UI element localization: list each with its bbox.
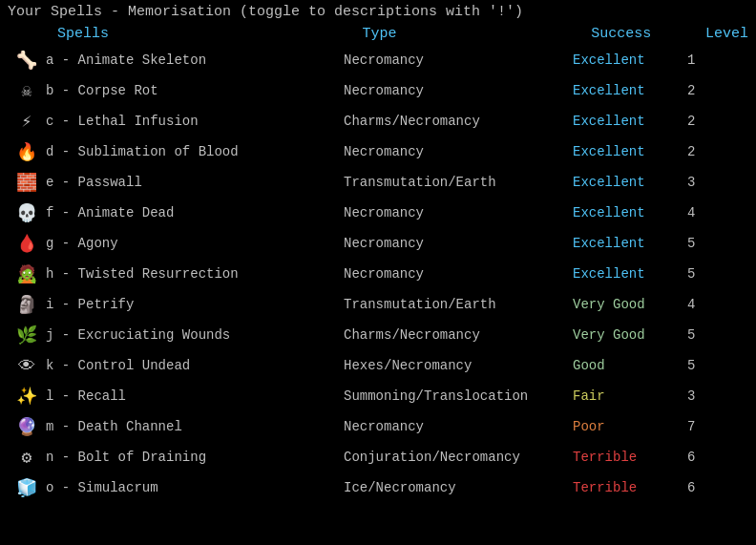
spell-success-c: Excellent [573, 114, 687, 129]
table-row[interactable]: 🧊 o - Simulacrum Ice/Necromancy Terrible… [8, 473, 748, 502]
spell-name-a: a - Animate Skeleton [46, 52, 344, 68]
table-row[interactable]: 💀 f - Animate Dead Necromancy Excellent … [8, 199, 748, 227]
spell-success-d: Excellent [573, 144, 687, 159]
spell-level-d: 2 [687, 144, 695, 159]
spell-name-m: m - Death Channel [46, 419, 344, 434]
spell-success-a: Excellent [573, 52, 687, 68]
spell-icon-m: 🔮 [8, 413, 46, 440]
spell-name-f: f - Animate Dead [46, 205, 344, 220]
table-row[interactable]: 🗿 i - Petrify Transmutation/Earth Very G… [8, 290, 748, 319]
spell-icon-a: 🦴 [8, 47, 46, 73]
spell-level-i: 4 [687, 297, 695, 312]
spell-success-j: Very Good [573, 327, 687, 343]
table-row[interactable]: ⚡ c - Lethal Infusion Charms/Necromancy … [8, 107, 748, 136]
spell-icon-l: ✨ [8, 383, 46, 409]
spell-name-j: j - Excruciating Wounds [46, 327, 344, 343]
spell-type-o: Ice/Necromancy [344, 480, 573, 495]
spell-type-b: Necromancy [344, 83, 573, 98]
spell-icon-d: 🔥 [8, 138, 46, 165]
spell-name-d: d - Sublimation of Blood [46, 144, 344, 159]
spell-level-e: 3 [687, 175, 695, 190]
spell-icon-o: 🧊 [8, 474, 46, 501]
spell-level-g: 5 [687, 236, 695, 251]
spell-success-e: Excellent [573, 175, 687, 190]
spell-level-m: 7 [687, 419, 695, 434]
spell-name-b: b - Corpse Rot [46, 83, 344, 98]
spell-success-f: Excellent [573, 205, 687, 220]
spell-type-l: Summoning/Translocation [344, 388, 573, 404]
table-row[interactable]: 🧱 e - Passwall Transmutation/Earth Excel… [8, 168, 748, 197]
column-headers: Spells Type Success Level [8, 26, 748, 42]
spell-level-b: 2 [687, 83, 695, 98]
page-header: Your Spells - Memorisation (toggle to de… [8, 4, 748, 20]
spell-type-h: Necromancy [344, 266, 573, 282]
table-row[interactable]: 🦴 a - Animate Skeleton Necromancy Excell… [8, 46, 748, 74]
spell-success-m: Poor [573, 419, 687, 434]
spell-type-n: Conjuration/Necromancy [344, 450, 573, 465]
spell-success-o: Terrible [573, 480, 687, 495]
spell-icon-j: 🌿 [8, 322, 46, 348]
spell-name-g: g - Agony [46, 236, 344, 251]
spell-level-a: 1 [687, 52, 695, 68]
spell-success-k: Good [573, 358, 687, 373]
spell-type-g: Necromancy [344, 236, 573, 251]
spell-type-a: Necromancy [344, 52, 573, 68]
spell-icon-g: 🩸 [8, 230, 46, 257]
spell-icon-h: 🧟 [8, 261, 46, 287]
spell-success-g: Excellent [573, 236, 687, 251]
spell-type-f: Necromancy [344, 205, 573, 220]
spell-success-b: Excellent [573, 83, 687, 98]
spell-name-n: n - Bolt of Draining [46, 450, 344, 465]
table-row[interactable]: 👁 k - Control Undead Hexes/Necromancy Go… [8, 351, 748, 380]
table-row[interactable]: ☠ b - Corpse Rot Necromancy Excellent 2 [8, 76, 748, 105]
spell-name-k: k - Control Undead [46, 358, 344, 373]
spell-level-h: 5 [687, 266, 695, 282]
spell-type-k: Hexes/Necromancy [344, 358, 573, 373]
table-row[interactable]: ✨ l - Recall Summoning/Translocation Fai… [8, 382, 748, 410]
spell-name-h: h - Twisted Resurrection [46, 266, 344, 282]
spell-level-l: 3 [687, 388, 695, 404]
spell-icon-c: ⚡ [8, 108, 46, 135]
table-row[interactable]: 🩸 g - Agony Necromancy Excellent 5 [8, 229, 748, 258]
spell-name-c: c - Lethal Infusion [46, 114, 344, 129]
spell-type-e: Transmutation/Earth [344, 175, 573, 190]
spell-name-e: e - Passwall [46, 175, 344, 190]
spell-name-l: l - Recall [46, 388, 344, 404]
spell-list: 🦴 a - Animate Skeleton Necromancy Excell… [8, 46, 748, 502]
spell-success-n: Terrible [573, 450, 687, 465]
spell-type-d: Necromancy [344, 144, 573, 159]
spell-type-c: Charms/Necromancy [344, 114, 573, 129]
spell-type-m: Necromancy [344, 419, 573, 434]
spell-level-k: 5 [687, 358, 695, 373]
spell-level-o: 6 [687, 480, 695, 495]
col-header-level: Level [705, 26, 748, 42]
spell-level-f: 4 [687, 205, 695, 220]
spell-icon-e: 🧱 [8, 169, 46, 196]
spell-icon-k: 👁 [8, 352, 46, 379]
spell-icon-b: ☠ [8, 77, 46, 104]
table-row[interactable]: 🧟 h - Twisted Resurrection Necromancy Ex… [8, 260, 748, 288]
spell-name-i: i - Petrify [46, 297, 344, 312]
spell-level-j: 5 [687, 327, 695, 343]
spell-success-i: Very Good [573, 297, 687, 312]
col-header-spells: Spells [57, 26, 363, 42]
spell-icon-f: 💀 [8, 199, 46, 226]
spell-type-i: Transmutation/Earth [344, 297, 573, 312]
spell-icon-i: 🗿 [8, 291, 46, 318]
table-row[interactable]: ⚙ n - Bolt of Draining Conjuration/Necro… [8, 443, 748, 472]
col-header-type: Type [363, 26, 592, 42]
spell-level-c: 2 [687, 114, 695, 129]
table-row[interactable]: 🔥 d - Sublimation of Blood Necromancy Ex… [8, 137, 748, 166]
spell-success-l: Fair [573, 388, 687, 404]
spell-icon-n: ⚙ [8, 444, 46, 471]
spell-type-j: Charms/Necromancy [344, 327, 573, 343]
spell-name-o: o - Simulacrum [46, 480, 344, 495]
table-row[interactable]: 🌿 j - Excruciating Wounds Charms/Necroma… [8, 321, 748, 349]
table-row[interactable]: 🔮 m - Death Channel Necromancy Poor 7 [8, 412, 748, 441]
spell-success-h: Excellent [573, 266, 687, 282]
col-header-success: Success [591, 26, 705, 42]
spell-level-n: 6 [687, 450, 695, 465]
